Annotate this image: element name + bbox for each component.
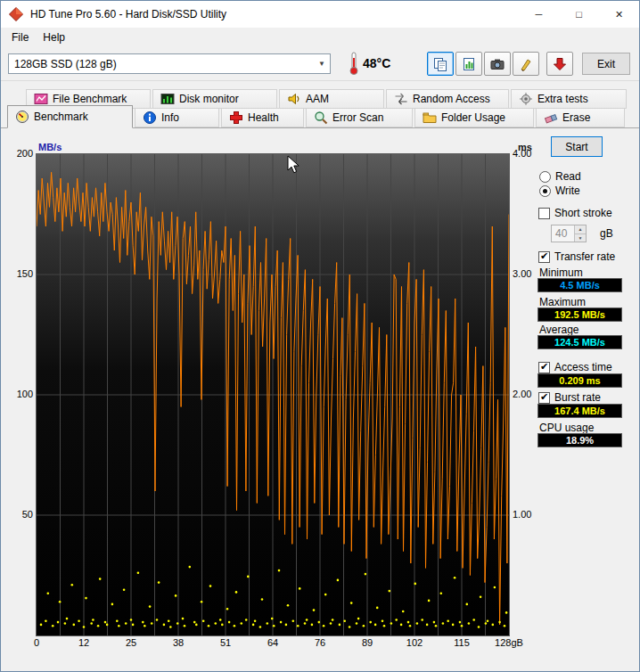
copy-text-button[interactable]	[427, 52, 454, 76]
tab-erase[interactable]: Erase	[536, 108, 625, 127]
hd-tune-window: HD Tune Pro 5.60 - Hard Disk/SSD Utility…	[0, 0, 640, 672]
access-time-checkbox[interactable]: Access time	[538, 361, 612, 373]
transfer-rate-checkbox[interactable]: Transfer rate	[538, 250, 615, 263]
camera-icon	[490, 57, 505, 71]
tab-disk-monitor[interactable]: Disk monitor	[152, 89, 277, 109]
access-time-point	[241, 622, 243, 625]
access-time-point	[452, 624, 455, 627]
access-time-point	[163, 624, 166, 627]
access-time-point	[402, 611, 405, 613]
access-time-point	[66, 618, 69, 620]
access-time-point	[90, 622, 93, 625]
access-time-point	[389, 590, 391, 593]
screenshot-button[interactable]	[484, 52, 511, 76]
short-stroke-capacity-input[interactable]: 40 ▲ ▼	[551, 225, 587, 242]
axis-tick-label: 4.00	[513, 148, 531, 159]
access-time-point	[201, 601, 203, 603]
access-time-point	[350, 602, 353, 604]
access-time-point	[130, 619, 133, 621]
access-time-point	[209, 585, 212, 587]
tab-random-access[interactable]: Random Access	[386, 89, 509, 109]
checkbox-box	[538, 251, 550, 263]
axis-tick-label: 38	[173, 637, 184, 648]
access-time-point	[485, 622, 488, 625]
access-time-point	[297, 625, 299, 627]
access-time-point	[416, 622, 419, 625]
spinner-down-button[interactable]: ▼	[575, 234, 586, 242]
access-time-point	[492, 624, 495, 627]
axis-tick-label: 128gB	[495, 637, 523, 648]
access-time-point	[221, 624, 224, 627]
access-time-point	[472, 619, 475, 621]
menu-file[interactable]: File	[4, 29, 36, 45]
capacity-value: 40	[552, 225, 574, 242]
short-stroke-checkbox[interactable]: Short stroke	[538, 207, 612, 219]
title-bar[interactable]: HD Tune Pro 5.60 - Hard Disk/SSD Utility…	[1, 1, 639, 28]
tab-aam[interactable]: AAM	[279, 89, 384, 109]
read-radio[interactable]: Read	[539, 170, 581, 183]
short-stroke-label: Short stroke	[554, 207, 612, 219]
access-time-point	[92, 619, 94, 621]
access-time-point	[383, 625, 386, 627]
access-time-point	[330, 622, 332, 625]
access-time-point	[40, 624, 43, 627]
spinner-up-button[interactable]: ▲	[575, 225, 586, 234]
access-time-point	[343, 620, 346, 623]
start-button[interactable]: Start	[551, 136, 603, 157]
maximize-button[interactable]: □	[559, 1, 599, 28]
access-time-point	[494, 586, 496, 589]
toolbar: 128GB SSD (128 gB) ▼ 48°C	[1, 46, 639, 81]
radio-dot	[539, 185, 551, 197]
access-time-point	[144, 625, 146, 627]
access-time-point	[356, 622, 358, 625]
burst-rate-label: Burst rate	[554, 391, 601, 404]
app-icon	[9, 7, 23, 21]
access-time-point	[323, 625, 325, 627]
burst-rate-checkbox[interactable]: Burst rate	[538, 391, 601, 404]
access-time-point	[118, 625, 120, 627]
menu-help[interactable]: Help	[36, 29, 72, 45]
checkbox-box	[538, 392, 550, 404]
capacity-unit-label: gB	[600, 227, 613, 240]
access-time-point	[158, 581, 160, 584]
folder-usage-icon	[423, 111, 437, 125]
random-access-icon	[394, 92, 408, 106]
access-time-point	[142, 621, 144, 624]
tab-error-scan[interactable]: Error Scan	[306, 108, 413, 127]
burst-rate-value: 167.4 MB/s	[537, 404, 622, 418]
tab-label: Extra tests	[537, 93, 588, 105]
tab-extra-tests[interactable]: Extra tests	[511, 89, 627, 109]
access-time-point	[168, 620, 170, 623]
minimum-value: 4.5 MB/s	[537, 278, 622, 292]
tab-folder-usage[interactable]: Folder Usage	[414, 108, 534, 127]
axis-tick-label: 25	[126, 637, 136, 648]
access-time-point	[228, 621, 231, 624]
chevron-down-icon: ▼	[314, 60, 330, 68]
tab-info[interactable]: Info	[135, 108, 219, 127]
axis-tick-label: 89	[362, 637, 373, 648]
update-button[interactable]	[546, 52, 573, 76]
access-time-point	[52, 625, 54, 627]
close-button[interactable]: ✕	[599, 1, 639, 28]
tab-health[interactable]: Health	[221, 108, 304, 127]
write-radio[interactable]: Write	[539, 184, 580, 197]
access-time-point	[487, 620, 489, 623]
copy-report-button[interactable]	[455, 52, 482, 76]
access-time-point	[498, 621, 501, 624]
axis-tick-label: 76	[315, 637, 325, 648]
access-time-point	[73, 624, 76, 627]
access-time-point	[324, 594, 327, 596]
access-time-point	[99, 578, 102, 580]
tab-benchmark[interactable]: Benchmark	[7, 105, 133, 128]
transfer-rate-label: Transfer rate	[554, 250, 615, 263]
access-time-point	[137, 572, 140, 575]
access-time-point	[267, 622, 269, 625]
access-time-point	[215, 622, 217, 625]
minimize-button[interactable]: ─	[519, 1, 559, 28]
window-title: HD Tune Pro 5.60 - Hard Disk/SSD Utility	[30, 8, 226, 20]
color-options-button[interactable]	[513, 52, 539, 76]
exit-button[interactable]: Exit	[582, 53, 630, 75]
drive-select[interactable]: 128GB SSD (128 gB) ▼	[8, 53, 331, 74]
access-time-point	[111, 603, 114, 606]
axis-tick-label: 2.00	[513, 389, 531, 399]
